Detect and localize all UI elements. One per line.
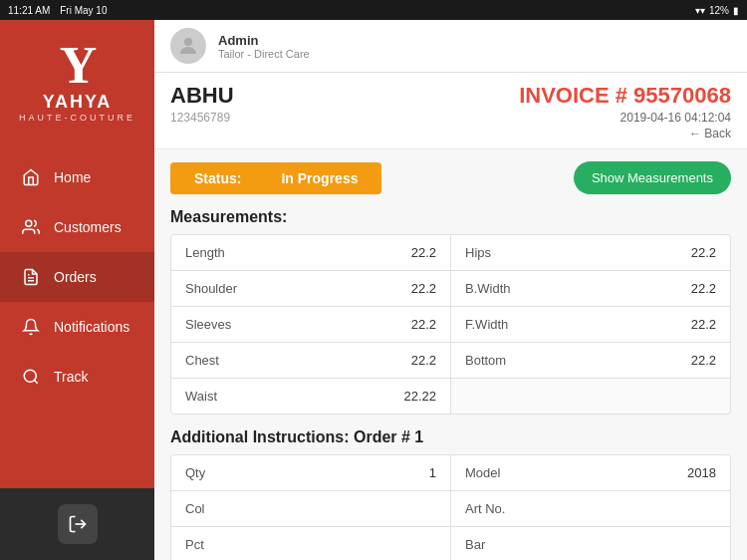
sidebar-item-home[interactable]: Home bbox=[0, 152, 154, 202]
admin-role: Tailor - Direct Care bbox=[218, 48, 310, 60]
inst-row-pct: Pct bbox=[171, 527, 450, 560]
notifications-label: Notifications bbox=[54, 319, 129, 335]
sidebar-item-orders[interactable]: Orders bbox=[0, 252, 154, 302]
logout-button[interactable] bbox=[58, 504, 98, 544]
notifications-icon bbox=[20, 316, 42, 338]
status-badge: Status: In Progress bbox=[170, 162, 381, 194]
wifi-icon: ▾▾ bbox=[695, 5, 705, 16]
meas-row-chest: Chest 22.2 bbox=[171, 343, 450, 378]
home-icon bbox=[20, 166, 42, 188]
orders-label: Orders bbox=[54, 269, 97, 285]
sidebar-item-notifications[interactable]: Notifications bbox=[0, 302, 154, 352]
svg-point-3 bbox=[24, 370, 36, 382]
svg-point-6 bbox=[184, 38, 192, 46]
track-label: Track bbox=[54, 369, 88, 385]
back-link[interactable]: ← Back bbox=[519, 127, 731, 140]
meas-row-bwidth: B.Width 22.2 bbox=[451, 271, 730, 306]
meas-row-bottom: Bottom 22.2 bbox=[451, 343, 730, 378]
battery: 12% bbox=[709, 5, 729, 16]
meas-row-hips: Hips 22.2 bbox=[451, 235, 730, 270]
orders-icon bbox=[20, 266, 42, 288]
inst-row-bar: Bar bbox=[451, 527, 730, 560]
inst-row-artno: Art No. bbox=[451, 491, 730, 526]
meas-row-fwidth: F.Width 22.2 bbox=[451, 307, 730, 342]
invoice-date: 2019-04-16 04:12:04 bbox=[519, 111, 731, 125]
sidebar-item-customers[interactable]: Customers bbox=[0, 202, 154, 252]
inst-row-col: Col bbox=[171, 491, 450, 526]
status-value: In Progress bbox=[281, 170, 358, 186]
customer-id: 123456789 bbox=[170, 111, 234, 125]
status-bar: 11:21 AM Fri May 10 ▾▾ 12% ▮ bbox=[0, 0, 747, 20]
measurements-grid: Length 22.2 Hips 22.2 Shoulder 22.2 B.Wi… bbox=[170, 234, 731, 415]
add-inst-grid: Qty 1 Model 2018 Col Art No. Pct bbox=[170, 454, 731, 560]
customers-label: Customers bbox=[54, 219, 122, 235]
logo-sub: HAUTE-COUTURE bbox=[19, 113, 135, 123]
header: Admin Tailor - Direct Care bbox=[154, 20, 747, 73]
avatar bbox=[170, 28, 206, 64]
status-row: Status: In Progress Show Measurements bbox=[170, 161, 731, 194]
date: Fri May 10 bbox=[60, 5, 107, 16]
home-label: Home bbox=[54, 169, 91, 185]
show-measurements-button[interactable]: Show Measurements bbox=[574, 161, 731, 194]
header-info: Admin Tailor - Direct Care bbox=[218, 33, 310, 60]
time: 11:21 AM bbox=[8, 5, 50, 16]
logo-brand: YAHYA bbox=[43, 92, 113, 113]
inst-row-model: Model 2018 bbox=[451, 455, 730, 490]
content-area: Status: In Progress Show Measurements Me… bbox=[154, 149, 747, 560]
meas-row-sleeves: Sleeves 22.2 bbox=[171, 307, 450, 342]
status-label: Status: bbox=[194, 170, 241, 186]
customer-name: ABHU bbox=[170, 83, 234, 109]
sidebar: Y YAHYA HAUTE-COUTURE Home Customers Ord… bbox=[0, 0, 154, 560]
admin-name: Admin bbox=[218, 33, 310, 48]
meas-row-shoulder: Shoulder 22.2 bbox=[171, 271, 450, 306]
invoice-right: INVOICE # 95570068 2019-04-16 04:12:04 ←… bbox=[519, 83, 731, 140]
meas-row-empty bbox=[451, 379, 730, 414]
measurements-title: Measurements: bbox=[170, 208, 731, 226]
customers-icon bbox=[20, 216, 42, 238]
meas-row-length: Length 22.2 bbox=[171, 235, 450, 270]
customer-info: ABHU 123456789 bbox=[170, 83, 234, 125]
svg-line-4 bbox=[34, 380, 37, 383]
sidebar-item-track[interactable]: Track bbox=[0, 352, 154, 402]
sidebar-bottom bbox=[0, 488, 154, 560]
logo: Y YAHYA HAUTE-COUTURE bbox=[0, 20, 154, 152]
battery-icon: ▮ bbox=[733, 5, 739, 16]
add-instructions-title: Additional Instructions: Order # 1 bbox=[170, 428, 731, 446]
logo-letter: Y bbox=[60, 40, 96, 92]
svg-point-0 bbox=[26, 220, 32, 226]
invoice-header: ABHU 123456789 INVOICE # 95570068 2019-0… bbox=[154, 73, 747, 149]
inst-row-qty: Qty 1 bbox=[171, 455, 450, 490]
track-icon bbox=[20, 366, 42, 388]
invoice-number: INVOICE # 95570068 bbox=[519, 83, 731, 109]
meas-row-waist: Waist 22.22 bbox=[171, 379, 450, 414]
main-content: Admin Tailor - Direct Care ABHU 12345678… bbox=[154, 0, 747, 560]
